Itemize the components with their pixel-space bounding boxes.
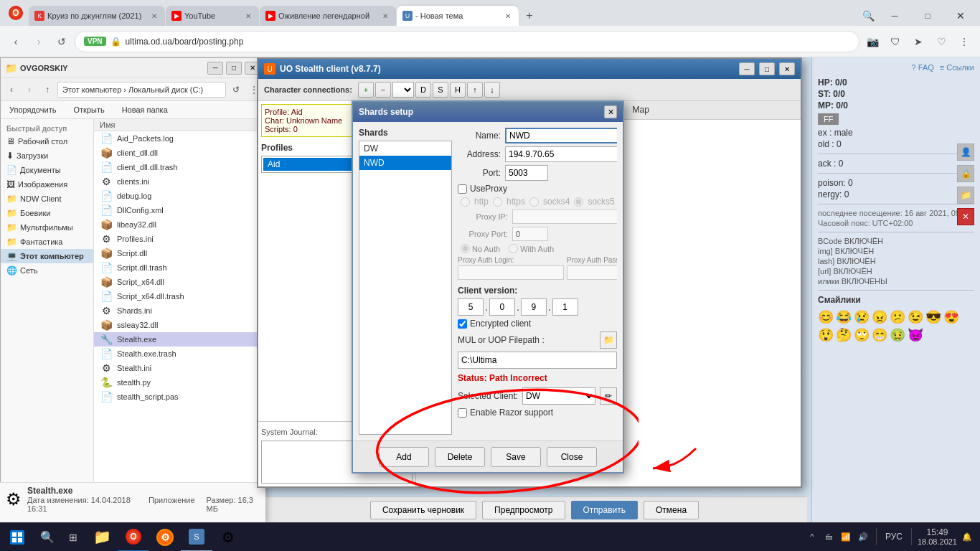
radio-http[interactable] xyxy=(461,197,470,207)
browser-tab-1[interactable]: К Круиз по джунглям (2021) ✕ xyxy=(29,6,165,26)
proxy-port-input[interactable] xyxy=(512,227,548,241)
cv-input-4[interactable] xyxy=(552,298,578,316)
char-select[interactable] xyxy=(392,82,414,98)
auth-login-input[interactable] xyxy=(458,265,564,280)
preview-btn[interactable]: Предпросмотр xyxy=(482,501,565,519)
flash-toggle[interactable]: lash] ВКЛЮЧЁН xyxy=(818,257,974,265)
sidebar-item-desktop[interactable]: 🖥Рабочий стол xyxy=(1,134,93,149)
taskbar-app-settings[interactable]: ⚙ xyxy=(212,523,244,552)
sidebar-item-action[interactable]: 📁Боевики xyxy=(1,206,93,220)
smiley-roll[interactable]: 🙄 xyxy=(854,327,870,343)
auth-pass-input[interactable] xyxy=(567,265,617,280)
shards-delete-btn[interactable]: Delete xyxy=(435,447,485,467)
tab-4-close[interactable]: ✕ xyxy=(503,11,513,21)
shards-dialog-close-btn[interactable]: ✕ xyxy=(604,105,617,118)
file-item[interactable]: ⚙clients.ini xyxy=(94,174,265,189)
file-item[interactable]: 📄debug.log xyxy=(94,189,265,203)
file-item[interactable]: 📄Script.dll.trash xyxy=(94,260,265,275)
smiley-smile[interactable]: 😊 xyxy=(818,309,834,325)
mul-path-input[interactable] xyxy=(458,352,617,369)
explorer-back-btn[interactable]: ‹ xyxy=(4,82,19,98)
smiley-sad[interactable]: 😢 xyxy=(854,309,870,325)
char-s-btn[interactable]: S xyxy=(433,82,448,98)
file-item[interactable]: 📦Script_x64.dll xyxy=(94,275,265,289)
shard-nwd-item[interactable]: NWD xyxy=(359,156,451,170)
taskbar-app-orange-circle[interactable]: ⚙ xyxy=(149,523,181,552)
file-item[interactable]: ⚙Profiles.ini xyxy=(94,232,265,246)
tray-clock[interactable]: 15:49 18.08.2021 xyxy=(918,527,957,547)
radio-https[interactable] xyxy=(493,197,502,207)
url-toggle[interactable]: [url] ВКЛЮЧЁН xyxy=(818,267,974,276)
smiley-devil[interactable]: 😈 xyxy=(908,327,923,343)
nav-refresh-btn[interactable]: ↺ xyxy=(52,32,72,52)
sidebar-item-cartoons[interactable]: 📁Мультфильмы xyxy=(1,220,93,235)
browser-search-icon[interactable]: 🔍 xyxy=(858,6,878,26)
tab-2-close[interactable]: ✕ xyxy=(243,11,253,21)
shards-add-btn[interactable]: Add xyxy=(379,447,429,467)
selected-client-edit-btn[interactable]: ✏ xyxy=(600,387,617,405)
file-item[interactable]: 📦Script.dll xyxy=(94,246,265,260)
browser-heart-icon[interactable]: ♡ xyxy=(931,32,951,52)
use-proxy-checkbox[interactable] xyxy=(458,184,467,194)
bcode-toggle[interactable]: BCode ВКЛЮЧЁН xyxy=(818,237,974,245)
nav-back-btn[interactable]: ‹ xyxy=(6,32,26,52)
file-item[interactable]: 📄DllConfig.xml xyxy=(94,203,265,217)
ribbon-organize-btn[interactable]: Упорядочить xyxy=(6,104,59,116)
tab-1-close[interactable]: ✕ xyxy=(149,11,159,21)
explorer-refresh-btn[interactable]: ↺ xyxy=(228,82,244,98)
taskbar-task-view[interactable]: ⊞ xyxy=(60,523,86,552)
ribbon-open-btn[interactable]: Открыть xyxy=(70,104,107,116)
ff-button[interactable]: FF xyxy=(818,113,974,125)
mul-browse-btn[interactable]: 📁 xyxy=(600,331,617,349)
shard-dw-item[interactable]: DW xyxy=(359,141,451,156)
address-input[interactable] xyxy=(505,146,617,162)
browser-close-btn[interactable]: ✕ xyxy=(944,6,977,26)
char-remove-btn[interactable]: − xyxy=(375,82,391,98)
radio-with-auth[interactable] xyxy=(509,244,518,253)
file-item[interactable]: 📄stealth_script.pas xyxy=(94,390,265,404)
sidebar-item-network[interactable]: 🌐Сеть xyxy=(1,263,93,278)
file-item[interactable]: 📄Script_x64.dll.trash xyxy=(94,289,265,303)
taskbar-app-stealth[interactable]: S xyxy=(181,523,212,552)
smileys-toggle[interactable]: илики ВКЛЮЧЕНЫ xyxy=(818,277,974,286)
selected-client-select[interactable]: DW xyxy=(522,387,595,405)
shards-save-btn[interactable]: Save xyxy=(491,447,541,467)
smiley-cool[interactable]: 😎 xyxy=(925,309,941,325)
tray-notification[interactable]: 🔔 xyxy=(960,529,974,544)
char-add-btn[interactable]: + xyxy=(358,82,374,98)
sidebar-item-images[interactable]: 🖼Изображения xyxy=(1,177,93,192)
char-h-btn[interactable]: H xyxy=(450,82,466,98)
uo-close-btn[interactable]: ✕ xyxy=(779,62,795,75)
file-item[interactable]: ⚙Shards.ini xyxy=(94,303,265,318)
encrypted-checkbox[interactable] xyxy=(458,319,467,329)
radio-socks4[interactable] xyxy=(529,197,539,207)
file-item[interactable]: 📦ssleay32.dll xyxy=(94,318,265,332)
file-item[interactable]: 🔧Stealth.exe xyxy=(94,332,265,347)
enable-razor-checkbox[interactable] xyxy=(458,408,467,418)
shards-close-btn[interactable]: Close xyxy=(547,447,597,467)
smiley-angry[interactable]: 😠 xyxy=(872,309,887,325)
browser-tab-3[interactable]: ▶ Оживление легендарной ✕ xyxy=(260,6,396,26)
tab-3-close[interactable]: ✕ xyxy=(380,11,390,21)
tray-lang[interactable]: РУС xyxy=(882,530,905,543)
file-item[interactable]: 📄Stealth.exe.trash xyxy=(94,347,265,361)
explorer-maximize-btn[interactable]: □ xyxy=(226,62,242,75)
save-draft-btn[interactable]: Сохранить черновик xyxy=(370,501,476,519)
browser-tab-4[interactable]: U - Новая тема ✕ xyxy=(397,6,519,26)
x-icon-btn[interactable]: ✕ xyxy=(957,208,974,225)
taskbar-app-browser[interactable]: O xyxy=(118,523,149,552)
sidebar-item-this-computer[interactable]: 💻Этот компьютер xyxy=(1,249,93,263)
smiley-shock[interactable]: 😲 xyxy=(818,327,834,343)
taskbar-app-explorer[interactable]: 📁 xyxy=(86,523,118,552)
sidebar-item-ndw[interactable]: 📁NDW Client xyxy=(1,192,93,206)
explorer-forward-btn[interactable]: › xyxy=(22,82,37,98)
links-link[interactable]: ≡ Ссылки xyxy=(940,63,974,72)
file-item[interactable]: 📄Aid_Packets.log xyxy=(94,131,265,146)
cv-input-1[interactable] xyxy=(458,298,484,316)
smiley-lol[interactable]: 😁 xyxy=(872,327,887,343)
cv-input-3[interactable] xyxy=(521,298,547,316)
sidebar-item-documents[interactable]: 📄Документы xyxy=(1,163,93,177)
browser-send-icon[interactable]: ➤ xyxy=(908,32,928,52)
browser-tab-2[interactable]: ▶ YouTube ✕ xyxy=(166,6,259,26)
radio-socks5[interactable] xyxy=(574,197,583,207)
